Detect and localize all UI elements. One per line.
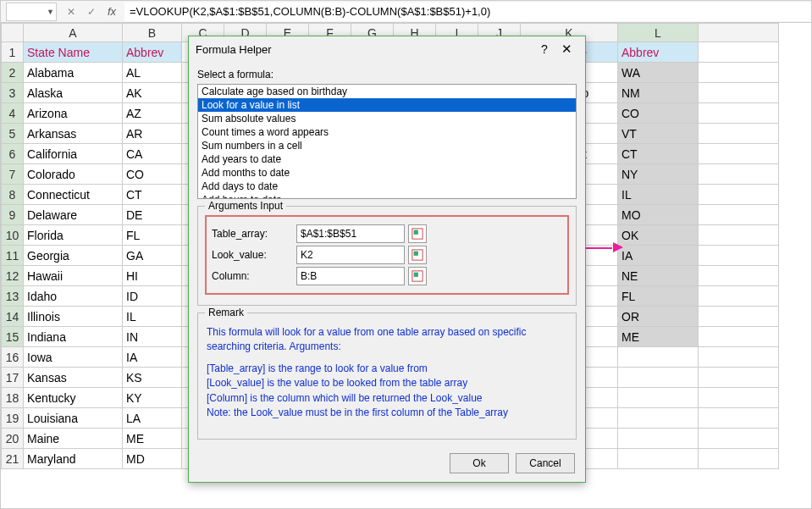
cell[interactable]: [699, 63, 779, 83]
cell[interactable]: [699, 103, 779, 124]
cell[interactable]: Kansas: [24, 368, 123, 388]
cell[interactable]: [699, 368, 779, 388]
cell[interactable]: [699, 144, 779, 164]
row-header[interactable]: 21: [2, 449, 24, 469]
cancel-button[interactable]: Cancel: [516, 453, 575, 473]
cell[interactable]: [699, 449, 779, 469]
col-header-a[interactable]: A: [24, 24, 123, 42]
row-header[interactable]: 4: [2, 103, 24, 124]
cell[interactable]: CO: [618, 103, 699, 124]
cell[interactable]: [618, 449, 699, 469]
cell[interactable]: [699, 164, 779, 185]
cell[interactable]: Louisiana: [24, 408, 123, 429]
cell[interactable]: NM: [618, 83, 699, 103]
cell[interactable]: Maine: [24, 429, 123, 449]
formula-list-item[interactable]: Add months to date: [198, 166, 576, 180]
cancel-formula-icon[interactable]: ✕: [64, 4, 79, 19]
cell[interactable]: [618, 408, 699, 429]
cell[interactable]: [699, 83, 779, 103]
row-header[interactable]: 15: [2, 327, 24, 347]
formula-list-item[interactable]: Calculate age based on birthday: [198, 85, 576, 98]
cell[interactable]: AL: [123, 63, 182, 83]
cell[interactable]: Connecticut: [24, 185, 123, 205]
cell[interactable]: Kentucky: [24, 388, 123, 408]
row-header[interactable]: 12: [2, 266, 24, 286]
row-header[interactable]: 18: [2, 388, 24, 408]
cell[interactable]: [699, 286, 779, 307]
dialog-titlebar[interactable]: Formula Helper ? ✕: [189, 36, 585, 62]
cell[interactable]: CA: [123, 144, 182, 164]
look-value-input[interactable]: [296, 246, 405, 264]
cell[interactable]: [699, 185, 779, 205]
row-header[interactable]: 19: [2, 408, 24, 429]
cell[interactable]: AZ: [123, 103, 182, 124]
cell[interactable]: AR: [123, 124, 182, 144]
cell[interactable]: Abbrev: [618, 42, 699, 63]
cell[interactable]: GA: [123, 246, 182, 266]
range-picker-icon[interactable]: [408, 246, 427, 264]
row-header[interactable]: 20: [2, 429, 24, 449]
cell[interactable]: ID: [123, 286, 182, 307]
cell[interactable]: [699, 124, 779, 144]
cell[interactable]: VT: [618, 124, 699, 144]
formula-list-item[interactable]: Sum numbers in a cell: [198, 139, 576, 152]
range-picker-icon[interactable]: [408, 224, 427, 243]
cell[interactable]: AK: [123, 83, 182, 103]
row-header[interactable]: 10: [2, 225, 24, 246]
formula-input[interactable]: [124, 3, 811, 21]
row-header[interactable]: 6: [2, 144, 24, 164]
cell[interactable]: IA: [618, 246, 699, 266]
row-header[interactable]: 3: [2, 83, 24, 103]
help-icon[interactable]: ?: [534, 42, 555, 56]
row-header[interactable]: 7: [2, 164, 24, 185]
cell[interactable]: KS: [123, 368, 182, 388]
cell[interactable]: NY: [618, 164, 699, 185]
cell[interactable]: [699, 408, 779, 429]
formula-list-item[interactable]: Count times a word appears: [198, 125, 576, 139]
cell[interactable]: [618, 429, 699, 449]
cell[interactable]: CT: [123, 185, 182, 205]
cell[interactable]: Florida: [24, 225, 123, 246]
cell[interactable]: Idaho: [24, 286, 123, 307]
col-header-b[interactable]: B: [123, 24, 182, 42]
range-picker-icon[interactable]: [408, 267, 427, 285]
cell[interactable]: Colorado: [24, 164, 123, 185]
cell[interactable]: Delaware: [24, 205, 123, 225]
row-header[interactable]: 9: [2, 205, 24, 225]
cell[interactable]: WA: [618, 63, 699, 83]
cell[interactable]: MO: [618, 205, 699, 225]
ok-button[interactable]: Ok: [450, 453, 509, 473]
cell[interactable]: CO: [123, 164, 182, 185]
name-box[interactable]: ▼: [6, 3, 57, 21]
col-header-l[interactable]: L: [618, 24, 699, 42]
cell[interactable]: Illinois: [24, 307, 123, 327]
formula-list-item[interactable]: Sum absolute values: [198, 112, 576, 125]
cell[interactable]: [699, 347, 779, 368]
cell[interactable]: NE: [618, 266, 699, 286]
cell[interactable]: [699, 225, 779, 246]
cell[interactable]: [699, 246, 779, 266]
column-input[interactable]: [296, 267, 405, 285]
cell[interactable]: ME: [123, 429, 182, 449]
cell[interactable]: KY: [123, 388, 182, 408]
cell[interactable]: IL: [123, 307, 182, 327]
cell[interactable]: DE: [123, 205, 182, 225]
cell[interactable]: FL: [618, 286, 699, 307]
cell[interactable]: Iowa: [24, 347, 123, 368]
formula-list-item[interactable]: Look for a value in list: [198, 98, 576, 112]
row-header[interactable]: 5: [2, 124, 24, 144]
row-header[interactable]: 2: [2, 63, 24, 83]
cell[interactable]: California: [24, 144, 123, 164]
cell[interactable]: MD: [123, 449, 182, 469]
cell[interactable]: Alaska: [24, 83, 123, 103]
cell[interactable]: Georgia: [24, 246, 123, 266]
row-header[interactable]: 14: [2, 307, 24, 327]
cell[interactable]: IN: [123, 327, 182, 347]
cell[interactable]: [618, 368, 699, 388]
row-header[interactable]: 8: [2, 185, 24, 205]
cell[interactable]: [699, 429, 779, 449]
row-header[interactable]: 16: [2, 347, 24, 368]
cell[interactable]: Arizona: [24, 103, 123, 124]
row-header[interactable]: 11: [2, 246, 24, 266]
table-array-input[interactable]: [296, 224, 405, 243]
